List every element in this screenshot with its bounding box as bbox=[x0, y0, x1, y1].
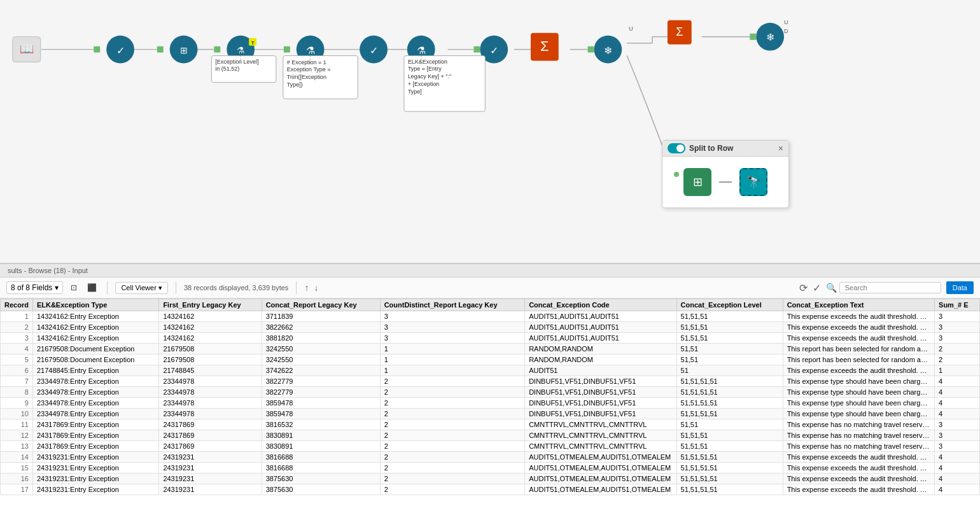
data-cell: This expense exceeds the audit threshold… bbox=[783, 322, 934, 333]
col-record: Record bbox=[1, 299, 33, 311]
data-cell: 3 bbox=[380, 322, 525, 333]
data-cell: 3816532 bbox=[262, 419, 380, 430]
table-row[interactable]: 1424319231:Entry Exception24319231381668… bbox=[1, 452, 980, 463]
data-cell: 23344978 bbox=[159, 398, 262, 409]
table-row[interactable]: 1324317869:Entry Exception24317869383089… bbox=[1, 441, 980, 452]
table-row[interactable]: 214324162:Entry Exception143241623822662… bbox=[1, 322, 980, 333]
data-cell: 51,51 bbox=[676, 419, 783, 430]
data-cell: 21748845:Entry Exception bbox=[32, 365, 158, 376]
data-cell: 24319231:Entry Exception bbox=[32, 484, 158, 495]
record-cell: 11 bbox=[1, 419, 33, 430]
col-sum-e: Sum_# E bbox=[935, 299, 980, 311]
table-row[interactable]: 314324162:Entry Exception143241623881820… bbox=[1, 333, 980, 344]
split-panel-toggle[interactable] bbox=[668, 143, 685, 153]
copy-btn[interactable]: ⊡ bbox=[68, 282, 80, 293]
search-input[interactable] bbox=[839, 282, 941, 293]
split-panel-title: Split to Row bbox=[689, 144, 774, 153]
cell-viewer-chevron: ▾ bbox=[158, 284, 162, 292]
svg-text:T: T bbox=[251, 40, 255, 46]
search-icon[interactable]: 🔍 bbox=[826, 283, 837, 293]
table-row[interactable]: 723344978:Entry Exception233449783822779… bbox=[1, 376, 980, 387]
data-cell: AUDIT51,AUDIT51,AUDIT51 bbox=[525, 333, 676, 344]
data-button[interactable]: Data bbox=[946, 281, 974, 294]
svg-rect-13 bbox=[473, 46, 480, 53]
data-cell: 4 bbox=[935, 376, 980, 387]
svg-text:in (51,52): in (51,52) bbox=[215, 66, 239, 72]
download-btn[interactable]: ⬛ bbox=[85, 282, 99, 293]
svg-text:⚗: ⚗ bbox=[417, 45, 426, 56]
split-panel-close-btn[interactable]: × bbox=[778, 143, 783, 153]
table-row[interactable]: 114324162:Entry Exception143241623711839… bbox=[1, 311, 980, 322]
col-elk-exception-type: ELK&Exception Type bbox=[32, 299, 158, 311]
table-row[interactable]: 823344978:Entry Exception233449783822779… bbox=[1, 387, 980, 398]
table-row[interactable]: 1524319231:Entry Exception24319231381668… bbox=[1, 463, 980, 474]
data-cell: 21679508 bbox=[159, 355, 262, 365]
split-to-row-panel: Split to Row × ⊞ 🔭 bbox=[662, 140, 789, 208]
table-row[interactable]: 1124317869:Entry Exception24317869381653… bbox=[1, 419, 980, 430]
data-cell: 3 bbox=[935, 333, 980, 344]
data-cell: This expense exceeds the audit threshold… bbox=[783, 311, 934, 322]
check-icon[interactable]: ✓ bbox=[813, 282, 821, 294]
data-cell: This expense has no matching travel rese… bbox=[783, 419, 934, 430]
col-concat-exception-text: Concat_Exception Text bbox=[783, 299, 934, 311]
data-cell: CMNTTRVL,CMNTTRVL,CMNTTRVL bbox=[525, 419, 676, 430]
sort-up-icon[interactable]: ↑ bbox=[304, 283, 309, 293]
svg-text:Type = [Entry: Type = [Entry bbox=[408, 66, 442, 72]
data-cell: 4 bbox=[935, 452, 980, 463]
data-cell: 3816688 bbox=[262, 463, 380, 474]
svg-text:Type]: Type] bbox=[408, 88, 422, 95]
table-row[interactable]: 1624319231:Entry Exception24319231387563… bbox=[1, 474, 980, 484]
table-row[interactable]: 1724319231:Entry Exception24319231387563… bbox=[1, 484, 980, 495]
svg-text:Σ: Σ bbox=[540, 38, 549, 54]
svg-text:D: D bbox=[784, 28, 788, 34]
col-concat-report-legacy-key: Concat_Report Legacy Key bbox=[262, 299, 380, 311]
record-cell: 7 bbox=[1, 376, 33, 387]
fields-label: 8 of 8 Fields bbox=[11, 283, 52, 292]
data-cell: 21748845 bbox=[159, 365, 262, 376]
data-cell: 3822779 bbox=[262, 387, 380, 398]
svg-text:✓: ✓ bbox=[370, 45, 378, 56]
svg-text:ELK&Exception: ELK&Exception bbox=[408, 59, 447, 65]
svg-text:Legacy Key] + ":": Legacy Key] + ":" bbox=[408, 73, 451, 80]
data-cell: 2 bbox=[380, 474, 525, 484]
data-cell: 14324162 bbox=[159, 333, 262, 344]
col-concat-exception-code: Concat_Exception Code bbox=[525, 299, 676, 311]
data-cell: 4 bbox=[935, 463, 980, 474]
record-cell: 9 bbox=[1, 398, 33, 409]
svg-text:✓: ✓ bbox=[116, 45, 125, 56]
sort-down-icon[interactable]: ↓ bbox=[314, 283, 318, 293]
data-cell: DINBUF51,VF51,DINBUF51,VF51 bbox=[525, 409, 676, 419]
data-cell: This expense exceeds the audit threshold… bbox=[783, 463, 934, 474]
svg-text:+ [Exception: + [Exception bbox=[408, 81, 439, 87]
table-row[interactable]: 1224317869:Entry Exception24317869383089… bbox=[1, 430, 980, 441]
download-icon: ⬛ bbox=[87, 283, 97, 292]
results-header-bar: sults - Browse (18) - Input bbox=[0, 264, 980, 278]
data-cell: AUDIT51 bbox=[525, 365, 676, 376]
data-table: Record ELK&Exception Type First_Entry Le… bbox=[0, 299, 980, 495]
refresh-icon[interactable]: ⟳ bbox=[799, 282, 808, 294]
data-cell: 2 bbox=[380, 484, 525, 495]
data-cell: This report has been selected for random… bbox=[783, 344, 934, 355]
data-table-container[interactable]: Record ELK&Exception Type First_Entry Le… bbox=[0, 299, 980, 520]
cell-viewer-btn[interactable]: Cell Viewer ▾ bbox=[115, 282, 168, 294]
table-row[interactable]: 621748845:Entry Exception217488453742622… bbox=[1, 365, 980, 376]
table-row[interactable]: 421679508:Document Exception216795083242… bbox=[1, 344, 980, 355]
data-cell: 3 bbox=[935, 322, 980, 333]
table-row[interactable]: 521679508:Document Exception216795083242… bbox=[1, 355, 980, 365]
data-cell: AUDIT51,OTMEALEM,AUDIT51,OTMEALEM bbox=[525, 463, 676, 474]
fields-selector[interactable]: 8 of 8 Fields ▾ bbox=[6, 281, 63, 294]
col-countdistinct-report-legacy-key: CountDistinct_Report Legacy Key bbox=[380, 299, 525, 311]
data-cell: This expense has no matching travel rese… bbox=[783, 430, 934, 441]
workflow-canvas: U U D 📖 ✓ ⊞ ⚗ T ⚗ ✓ ⚗ ✓ Σ bbox=[0, 0, 980, 264]
data-cell: 51,51,51,51 bbox=[676, 463, 783, 474]
table-row[interactable]: 1023344978:Entry Exception23344978385947… bbox=[1, 409, 980, 419]
data-cell: 51,51,51,51 bbox=[676, 387, 783, 398]
data-cell: 24319231 bbox=[159, 474, 262, 484]
table-row[interactable]: 923344978:Entry Exception233449783859478… bbox=[1, 398, 980, 409]
split-panel-body: ⊞ 🔭 bbox=[662, 157, 788, 207]
svg-text:Exception Type =: Exception Type = bbox=[287, 66, 331, 73]
data-cell: 3 bbox=[935, 311, 980, 322]
data-cell: This expense type should have been charg… bbox=[783, 387, 934, 398]
results-panel: sults - Browse (18) - Input 8 of 8 Field… bbox=[0, 264, 980, 520]
data-cell: 24319231:Entry Exception bbox=[32, 463, 158, 474]
